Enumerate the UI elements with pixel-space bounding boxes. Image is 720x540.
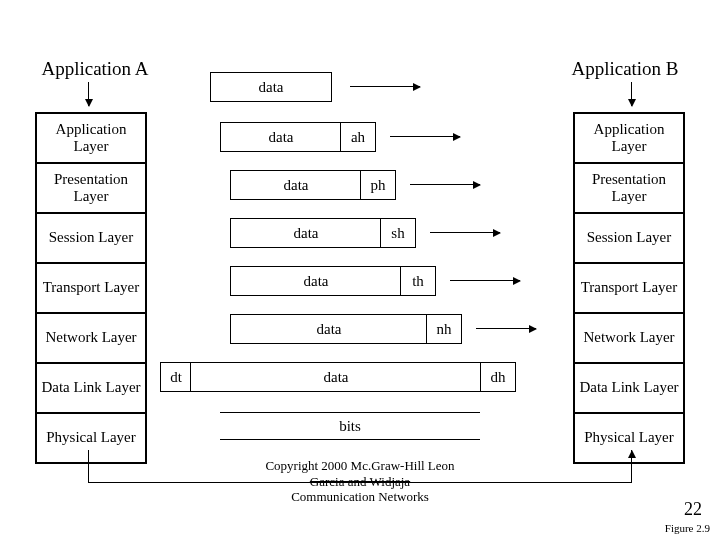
pdu-header-dh: dh xyxy=(480,362,516,392)
pdu-header-sh: sh xyxy=(380,218,416,248)
arrow-down-icon xyxy=(88,82,89,106)
arrow-right-icon xyxy=(410,184,480,185)
copyright-text: Copyright 2000 Mc.Graw-Hill Leon Garcia … xyxy=(0,458,720,505)
layer-presentation: Presentation Layer xyxy=(37,164,145,214)
pdu-data: data xyxy=(190,362,482,392)
column-title-b: Application B xyxy=(545,58,705,80)
arrow-right-icon xyxy=(390,136,460,137)
arrow-right-icon xyxy=(350,86,420,87)
layer-application: Application Layer xyxy=(37,114,145,164)
osi-stack-b: Application Layer Presentation Layer Ses… xyxy=(573,112,685,464)
layer-application: Application Layer xyxy=(575,114,683,164)
arrow-down-icon xyxy=(631,82,632,106)
pdu-data: data xyxy=(210,72,332,102)
layer-session: Session Layer xyxy=(37,214,145,264)
pdu-header-ph: ph xyxy=(360,170,396,200)
pdu-data: data xyxy=(230,266,402,296)
pdu-bits: bits xyxy=(220,412,480,440)
layer-network: Network Layer xyxy=(37,314,145,364)
layer-transport: Transport Layer xyxy=(575,264,683,314)
layer-transport: Transport Layer xyxy=(37,264,145,314)
arrow-right-icon xyxy=(430,232,500,233)
page-number: 22 xyxy=(684,499,702,520)
copyright-line: Copyright 2000 Mc.Graw-Hill Leon xyxy=(0,458,720,474)
arrow-right-icon xyxy=(476,328,536,329)
copyright-line: Garcia and Widjaja xyxy=(0,474,720,490)
pdu-data: data xyxy=(220,122,342,152)
layer-network: Network Layer xyxy=(575,314,683,364)
layer-presentation: Presentation Layer xyxy=(575,164,683,214)
column-title-a: Application A xyxy=(15,58,175,80)
figure-label: Figure 2.9 xyxy=(665,522,710,534)
layer-datalink: Data Link Layer xyxy=(575,364,683,414)
layer-physical: Physical Layer xyxy=(37,414,145,462)
pdu-data: data xyxy=(230,170,362,200)
pdu-data: data xyxy=(230,314,428,344)
layer-session: Session Layer xyxy=(575,214,683,264)
arrow-right-icon xyxy=(450,280,520,281)
osi-stack-a: Application Layer Presentation Layer Ses… xyxy=(35,112,147,464)
copyright-line: Communication Networks xyxy=(0,489,720,505)
pdu-header-ah: ah xyxy=(340,122,376,152)
arrow-up-icon xyxy=(628,450,636,458)
pdu-header-nh: nh xyxy=(426,314,462,344)
pdu-trailer-dt: dt xyxy=(160,362,192,392)
layer-datalink: Data Link Layer xyxy=(37,364,145,414)
pdu-header-th: th xyxy=(400,266,436,296)
pdu-data: data xyxy=(230,218,382,248)
